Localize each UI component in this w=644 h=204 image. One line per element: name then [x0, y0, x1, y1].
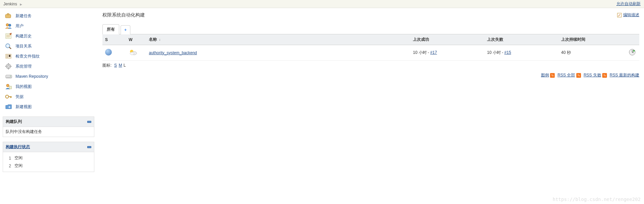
- folder-plus-icon: [5, 103, 13, 110]
- sidebar-item-label: 凭据: [15, 94, 24, 100]
- new-item-icon: [5, 12, 13, 19]
- sidebar-item-label: 用户: [15, 23, 24, 29]
- auto-refresh: 允许自动刷新: [616, 1, 641, 7]
- edit-description-link[interactable]: 编辑描述: [623, 12, 639, 18]
- icon-size-m[interactable]: M: [119, 63, 122, 68]
- breadcrumb-root[interactable]: Jenkins: [3, 2, 17, 6]
- svg-point-2: [6, 24, 9, 26]
- main-panel: 权限系统自动化构建 编辑描述 所有 + S W 名称 ↓ 上次成功 上次失败 上…: [94, 8, 644, 175]
- last-success-time: 10 小时 -: [413, 50, 430, 55]
- col-last-duration[interactable]: 上次持续时间: [558, 34, 626, 45]
- sidebar-item-relationship[interactable]: 项目关系: [3, 41, 94, 51]
- legend-link[interactable]: 图例: [541, 73, 549, 77]
- edit-description[interactable]: 编辑描述: [617, 12, 639, 18]
- rss-fail-link[interactable]: RSS 失败: [584, 73, 601, 77]
- col-schedule: [626, 34, 639, 45]
- sidebar-item-label: 新建任务: [15, 13, 32, 19]
- col-name[interactable]: 名称 ↓: [146, 34, 410, 45]
- search-icon: [5, 43, 13, 49]
- sidebar-item-manage[interactable]: 系统管理: [3, 61, 94, 71]
- table-row: authority_system_backend 10 小时 - #17 10 …: [102, 45, 639, 61]
- user-icon: [5, 83, 13, 90]
- last-success-build-link[interactable]: #17: [430, 50, 437, 55]
- name-cell: authority_system_backend: [146, 45, 410, 61]
- fingerprint-icon: [5, 53, 13, 60]
- executor-state: 空闲: [14, 155, 23, 161]
- page-title: 权限系统自动化构建: [102, 12, 145, 18]
- footer-links: 图例 ∿RSS 全部 ∿RSS 失败 ∿RSS 最新的构建: [102, 70, 639, 80]
- tab-add[interactable]: +: [121, 25, 130, 34]
- breadcrumb: Jenkins ▶: [3, 2, 24, 6]
- last-failure-time: 10 小时 -: [487, 50, 504, 55]
- last-failure-build-link[interactable]: #15: [504, 50, 511, 55]
- sidebar-item-new-view[interactable]: 新建视图: [3, 102, 94, 112]
- build-queue-title: 构建队列: [6, 119, 22, 125]
- svg-point-3: [9, 24, 11, 27]
- col-last-failure[interactable]: 上次失败: [484, 34, 558, 45]
- drive-icon: [5, 73, 13, 80]
- sort-arrow-icon: ↓: [158, 38, 161, 41]
- breadcrumb-separator: ▶: [20, 3, 22, 6]
- sidebar-item-label: 新建视图: [15, 104, 32, 110]
- schedule-build-icon[interactable]: [629, 52, 636, 57]
- sidebar-item-maven[interactable]: Maven Repository: [3, 71, 94, 81]
- auto-refresh-link[interactable]: 允许自动刷新: [616, 1, 641, 6]
- svg-point-23: [10, 76, 11, 76]
- rss-icon: ∿: [576, 73, 581, 78]
- executor-number: 2: [6, 164, 11, 168]
- col-status[interactable]: S: [102, 34, 126, 45]
- weather-icon[interactable]: [129, 52, 137, 57]
- executors-header[interactable]: 构建执行状态: [3, 142, 94, 152]
- sidebar-item-label: 我的视图: [15, 84, 32, 90]
- executor-row: 2 空闲: [6, 162, 91, 170]
- svg-rect-1: [7, 13, 9, 15]
- sidebar-item-fingerprint[interactable]: 检查文件指纹: [3, 51, 94, 61]
- executor-state: 空闲: [14, 163, 23, 169]
- sidebar-item-label: Maven Repository: [15, 74, 48, 79]
- executors-body: 1 空闲 2 空闲: [3, 152, 94, 172]
- sidebar-item-my-views[interactable]: 我的视图: [3, 81, 94, 92]
- svg-point-35: [130, 52, 134, 55]
- status-ball-icon[interactable]: [105, 49, 112, 56]
- job-link[interactable]: authority_system_backend: [149, 50, 197, 55]
- sidebar-item-label: 系统管理: [15, 64, 32, 69]
- duration-cell: 40 秒: [558, 45, 626, 61]
- icon-size-label: 图标:: [102, 63, 111, 68]
- sidebar-item-label: 检查文件指纹: [15, 54, 40, 59]
- key-icon: [5, 93, 13, 100]
- svg-point-16: [8, 66, 9, 67]
- sidebar-item-new-job[interactable]: 新建任务: [3, 11, 94, 21]
- last-success-cell: 10 小时 - #17: [410, 45, 484, 61]
- last-failure-cell: 10 小时 - #15: [484, 45, 558, 61]
- executors-title[interactable]: 构建执行状态: [6, 144, 30, 150]
- executor-row: 1 空闲: [6, 154, 91, 162]
- tab-all[interactable]: 所有: [102, 24, 119, 34]
- col-last-success[interactable]: 上次成功: [410, 34, 484, 45]
- sidebar-item-label: 项目关系: [15, 43, 32, 49]
- tab-bar: 所有 +: [102, 24, 639, 34]
- rss-all-link[interactable]: RSS 全部: [557, 73, 575, 77]
- users-icon: [5, 23, 13, 29]
- icon-size-s[interactable]: S: [114, 63, 117, 68]
- sidebar-item-users[interactable]: 用户: [3, 21, 94, 31]
- breadcrumb-bar: Jenkins ▶ 允许自动刷新: [0, 0, 644, 8]
- icon-size-row: 图标: S M L: [102, 61, 639, 70]
- sidebar-item-label: 构建历史: [15, 33, 32, 39]
- svg-point-24: [6, 84, 9, 87]
- collapse-icon[interactable]: [87, 146, 91, 148]
- svg-rect-25: [9, 86, 11, 89]
- status-cell: [102, 45, 126, 61]
- col-weather[interactable]: W: [126, 34, 146, 45]
- sidebar-item-credentials[interactable]: 凭据: [3, 92, 94, 102]
- sidebar: 新建任务 用户 构建历史 项目关系 检查文件指纹: [0, 8, 94, 175]
- schedule-cell: [626, 45, 639, 61]
- executor-number: 1: [6, 156, 11, 161]
- svg-point-26: [6, 95, 9, 98]
- sidebar-item-build-history[interactable]: 构建历史: [3, 31, 94, 41]
- rss-latest-link[interactable]: RSS 最新的构建: [610, 73, 639, 77]
- collapse-icon[interactable]: [87, 121, 91, 123]
- svg-rect-22: [6, 77, 11, 78]
- svg-rect-11: [9, 55, 10, 57]
- build-queue-header[interactable]: 构建队列: [3, 116, 94, 127]
- project-status-table: S W 名称 ↓ 上次成功 上次失败 上次持续时间: [102, 34, 639, 61]
